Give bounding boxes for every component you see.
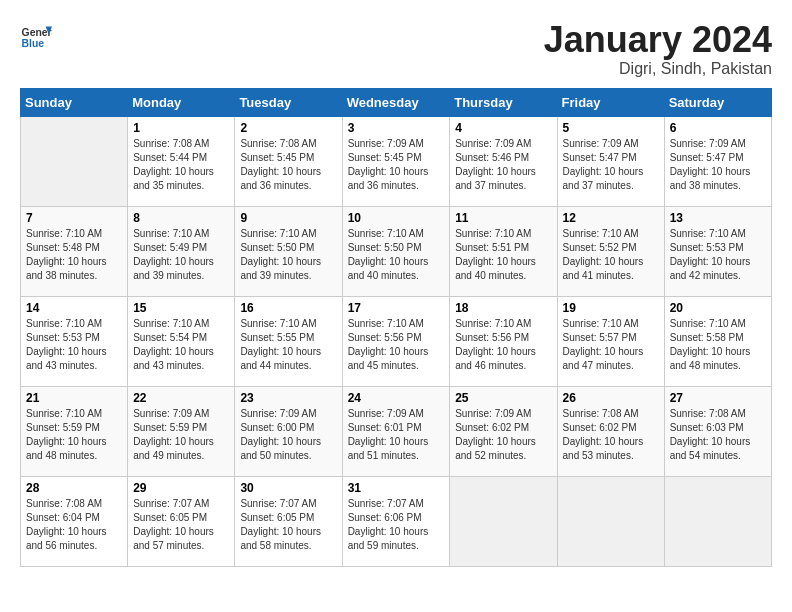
- day-number: 5: [563, 121, 659, 135]
- calendar-table: SundayMondayTuesdayWednesdayThursdayFrid…: [20, 88, 772, 567]
- calendar-cell: 4Sunrise: 7:09 AMSunset: 5:46 PMDaylight…: [450, 116, 557, 206]
- calendar-week-4: 21Sunrise: 7:10 AMSunset: 5:59 PMDayligh…: [21, 386, 772, 476]
- calendar-cell: 24Sunrise: 7:09 AMSunset: 6:01 PMDayligh…: [342, 386, 450, 476]
- logo-icon: General Blue: [20, 20, 52, 52]
- day-number: 6: [670, 121, 766, 135]
- calendar-cell: 17Sunrise: 7:10 AMSunset: 5:56 PMDayligh…: [342, 296, 450, 386]
- day-info: Sunrise: 7:10 AMSunset: 5:58 PMDaylight:…: [670, 318, 751, 371]
- day-info: Sunrise: 7:10 AMSunset: 5:54 PMDaylight:…: [133, 318, 214, 371]
- day-number: 3: [348, 121, 445, 135]
- calendar-cell: 12Sunrise: 7:10 AMSunset: 5:52 PMDayligh…: [557, 206, 664, 296]
- day-info: Sunrise: 7:09 AMSunset: 6:01 PMDaylight:…: [348, 408, 429, 461]
- day-number: 22: [133, 391, 229, 405]
- calendar-cell: 13Sunrise: 7:10 AMSunset: 5:53 PMDayligh…: [664, 206, 771, 296]
- day-info: Sunrise: 7:10 AMSunset: 5:48 PMDaylight:…: [26, 228, 107, 281]
- day-info: Sunrise: 7:08 AMSunset: 6:03 PMDaylight:…: [670, 408, 751, 461]
- calendar-week-2: 7Sunrise: 7:10 AMSunset: 5:48 PMDaylight…: [21, 206, 772, 296]
- title-block: January 2024 Digri, Sindh, Pakistan: [544, 20, 772, 78]
- calendar-week-1: 1Sunrise: 7:08 AMSunset: 5:44 PMDaylight…: [21, 116, 772, 206]
- calendar-cell: 2Sunrise: 7:08 AMSunset: 5:45 PMDaylight…: [235, 116, 342, 206]
- day-number: 4: [455, 121, 551, 135]
- calendar-cell: 1Sunrise: 7:08 AMSunset: 5:44 PMDaylight…: [128, 116, 235, 206]
- calendar-cell: 27Sunrise: 7:08 AMSunset: 6:03 PMDayligh…: [664, 386, 771, 476]
- day-number: 1: [133, 121, 229, 135]
- day-info: Sunrise: 7:10 AMSunset: 5:56 PMDaylight:…: [455, 318, 536, 371]
- day-number: 18: [455, 301, 551, 315]
- day-info: Sunrise: 7:09 AMSunset: 5:45 PMDaylight:…: [348, 138, 429, 191]
- day-info: Sunrise: 7:10 AMSunset: 5:53 PMDaylight:…: [670, 228, 751, 281]
- calendar-cell: 28Sunrise: 7:08 AMSunset: 6:04 PMDayligh…: [21, 476, 128, 566]
- calendar-cell: 9Sunrise: 7:10 AMSunset: 5:50 PMDaylight…: [235, 206, 342, 296]
- day-info: Sunrise: 7:10 AMSunset: 5:56 PMDaylight:…: [348, 318, 429, 371]
- day-number: 2: [240, 121, 336, 135]
- calendar-cell: 22Sunrise: 7:09 AMSunset: 5:59 PMDayligh…: [128, 386, 235, 476]
- day-info: Sunrise: 7:08 AMSunset: 6:02 PMDaylight:…: [563, 408, 644, 461]
- calendar-cell: 31Sunrise: 7:07 AMSunset: 6:06 PMDayligh…: [342, 476, 450, 566]
- location-subtitle: Digri, Sindh, Pakistan: [544, 60, 772, 78]
- svg-text:Blue: Blue: [22, 38, 45, 49]
- calendar-cell: 30Sunrise: 7:07 AMSunset: 6:05 PMDayligh…: [235, 476, 342, 566]
- day-info: Sunrise: 7:09 AMSunset: 5:47 PMDaylight:…: [670, 138, 751, 191]
- calendar-week-3: 14Sunrise: 7:10 AMSunset: 5:53 PMDayligh…: [21, 296, 772, 386]
- calendar-cell: 15Sunrise: 7:10 AMSunset: 5:54 PMDayligh…: [128, 296, 235, 386]
- day-info: Sunrise: 7:09 AMSunset: 5:46 PMDaylight:…: [455, 138, 536, 191]
- day-number: 14: [26, 301, 122, 315]
- day-number: 25: [455, 391, 551, 405]
- calendar-cell: 7Sunrise: 7:10 AMSunset: 5:48 PMDaylight…: [21, 206, 128, 296]
- day-info: Sunrise: 7:09 AMSunset: 5:59 PMDaylight:…: [133, 408, 214, 461]
- calendar-cell: 8Sunrise: 7:10 AMSunset: 5:49 PMDaylight…: [128, 206, 235, 296]
- day-number: 28: [26, 481, 122, 495]
- day-number: 27: [670, 391, 766, 405]
- header-wednesday: Wednesday: [342, 88, 450, 116]
- calendar-header-row: SundayMondayTuesdayWednesdayThursdayFrid…: [21, 88, 772, 116]
- header-monday: Monday: [128, 88, 235, 116]
- day-info: Sunrise: 7:10 AMSunset: 5:49 PMDaylight:…: [133, 228, 214, 281]
- header-friday: Friday: [557, 88, 664, 116]
- day-number: 19: [563, 301, 659, 315]
- day-number: 16: [240, 301, 336, 315]
- day-info: Sunrise: 7:07 AMSunset: 6:06 PMDaylight:…: [348, 498, 429, 551]
- calendar-cell: [450, 476, 557, 566]
- header-saturday: Saturday: [664, 88, 771, 116]
- calendar-cell: 10Sunrise: 7:10 AMSunset: 5:50 PMDayligh…: [342, 206, 450, 296]
- day-number: 9: [240, 211, 336, 225]
- calendar-cell: 20Sunrise: 7:10 AMSunset: 5:58 PMDayligh…: [664, 296, 771, 386]
- day-info: Sunrise: 7:10 AMSunset: 5:53 PMDaylight:…: [26, 318, 107, 371]
- day-info: Sunrise: 7:09 AMSunset: 6:00 PMDaylight:…: [240, 408, 321, 461]
- calendar-cell: 25Sunrise: 7:09 AMSunset: 6:02 PMDayligh…: [450, 386, 557, 476]
- day-info: Sunrise: 7:10 AMSunset: 5:55 PMDaylight:…: [240, 318, 321, 371]
- page-title: January 2024: [544, 20, 772, 60]
- day-info: Sunrise: 7:10 AMSunset: 5:50 PMDaylight:…: [348, 228, 429, 281]
- calendar-cell: 5Sunrise: 7:09 AMSunset: 5:47 PMDaylight…: [557, 116, 664, 206]
- calendar-cell: 11Sunrise: 7:10 AMSunset: 5:51 PMDayligh…: [450, 206, 557, 296]
- day-info: Sunrise: 7:09 AMSunset: 6:02 PMDaylight:…: [455, 408, 536, 461]
- calendar-cell: 19Sunrise: 7:10 AMSunset: 5:57 PMDayligh…: [557, 296, 664, 386]
- calendar-cell: 29Sunrise: 7:07 AMSunset: 6:05 PMDayligh…: [128, 476, 235, 566]
- day-info: Sunrise: 7:08 AMSunset: 5:44 PMDaylight:…: [133, 138, 214, 191]
- day-number: 21: [26, 391, 122, 405]
- header-tuesday: Tuesday: [235, 88, 342, 116]
- day-info: Sunrise: 7:10 AMSunset: 5:57 PMDaylight:…: [563, 318, 644, 371]
- day-number: 7: [26, 211, 122, 225]
- day-number: 12: [563, 211, 659, 225]
- calendar-cell: 16Sunrise: 7:10 AMSunset: 5:55 PMDayligh…: [235, 296, 342, 386]
- day-info: Sunrise: 7:08 AMSunset: 6:04 PMDaylight:…: [26, 498, 107, 551]
- calendar-cell: [664, 476, 771, 566]
- day-number: 23: [240, 391, 336, 405]
- calendar-cell: 23Sunrise: 7:09 AMSunset: 6:00 PMDayligh…: [235, 386, 342, 476]
- calendar-week-5: 28Sunrise: 7:08 AMSunset: 6:04 PMDayligh…: [21, 476, 772, 566]
- day-info: Sunrise: 7:08 AMSunset: 5:45 PMDaylight:…: [240, 138, 321, 191]
- calendar-cell: 18Sunrise: 7:10 AMSunset: 5:56 PMDayligh…: [450, 296, 557, 386]
- day-number: 20: [670, 301, 766, 315]
- page-header: General Blue January 2024 Digri, Sindh, …: [20, 20, 772, 78]
- calendar-cell: 6Sunrise: 7:09 AMSunset: 5:47 PMDaylight…: [664, 116, 771, 206]
- day-number: 24: [348, 391, 445, 405]
- calendar-cell: 21Sunrise: 7:10 AMSunset: 5:59 PMDayligh…: [21, 386, 128, 476]
- day-info: Sunrise: 7:07 AMSunset: 6:05 PMDaylight:…: [240, 498, 321, 551]
- day-info: Sunrise: 7:10 AMSunset: 5:59 PMDaylight:…: [26, 408, 107, 461]
- day-number: 30: [240, 481, 336, 495]
- calendar-cell: 3Sunrise: 7:09 AMSunset: 5:45 PMDaylight…: [342, 116, 450, 206]
- day-info: Sunrise: 7:10 AMSunset: 5:50 PMDaylight:…: [240, 228, 321, 281]
- day-number: 26: [563, 391, 659, 405]
- calendar-cell: [557, 476, 664, 566]
